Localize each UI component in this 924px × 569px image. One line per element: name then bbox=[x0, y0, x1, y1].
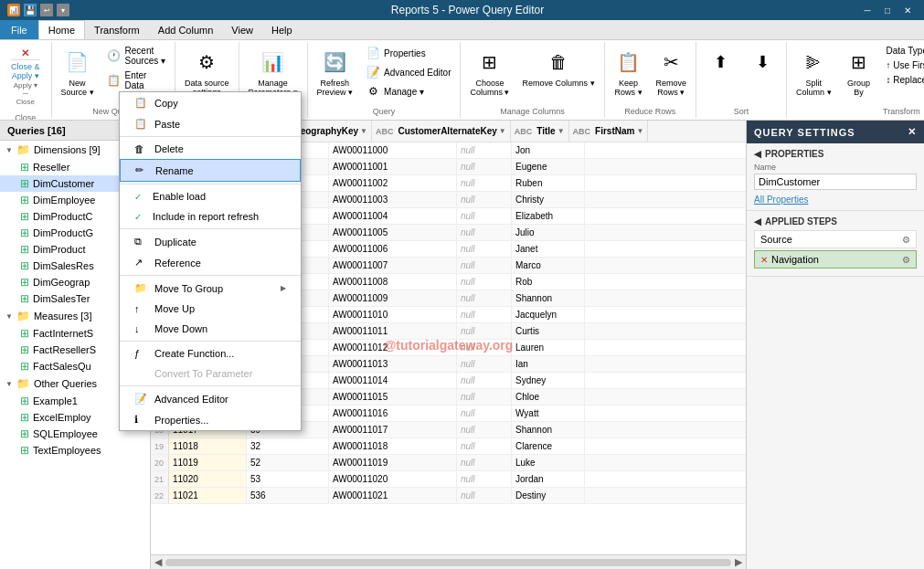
enter-data-btn[interactable]: 📋 EnterData bbox=[101, 68, 171, 92]
group-by-btn[interactable]: ⊞ GroupBy bbox=[839, 44, 879, 100]
ctx-item-create-function[interactable]: ƒCreate Function... bbox=[120, 343, 301, 364]
other-triangle: ▼ bbox=[5, 380, 13, 388]
ctx-separator bbox=[120, 275, 301, 276]
all-properties-link[interactable]: All Properties bbox=[754, 195, 808, 205]
ctx-arrow: ▶ bbox=[281, 284, 286, 292]
recent-sources-btn[interactable]: 🕐 RecentSources ▾ bbox=[101, 44, 171, 68]
choose-columns-btn[interactable]: ⊞ ChooseColumns ▾ bbox=[464, 44, 515, 100]
menu-view[interactable]: View bbox=[222, 20, 262, 39]
step-nav-gear[interactable]: ⚙ bbox=[902, 255, 910, 265]
split-column-btn[interactable]: ⫸ SplitColumn ▾ bbox=[791, 44, 837, 100]
menu-file[interactable]: File bbox=[0, 20, 38, 39]
split-col-icon: ⫸ bbox=[799, 47, 828, 77]
ctx-icon: 📋 bbox=[134, 97, 147, 109]
ctx-check: ✓ bbox=[134, 212, 145, 222]
menu-help[interactable]: Help bbox=[262, 20, 302, 39]
table-row[interactable]: 22 11021 536 AW00011021 null Destiny bbox=[151, 488, 746, 504]
step-nav-x[interactable]: ✕ bbox=[760, 255, 768, 265]
remove-rows-icon: ✂ bbox=[656, 47, 685, 77]
adv-editor-label: Advanced Editor bbox=[384, 68, 451, 78]
cell-rownum: 21 bbox=[151, 471, 169, 487]
ctx-item-include-in-report-refresh[interactable]: ✓Include in report refresh bbox=[120, 206, 301, 227]
scroll-right-btn[interactable]: ▶ bbox=[735, 556, 742, 568]
title-bar: 📊 💾 ↩ ▾ Reports 5 - Power Query Editor ─… bbox=[0, 0, 924, 20]
remove-rows-label: RemoveRows ▾ bbox=[656, 79, 687, 97]
properties-btn[interactable]: 📄 Properties bbox=[360, 44, 456, 62]
remove-columns-btn[interactable]: 🗑 Remove Columns ▾ bbox=[517, 44, 600, 91]
step-navigation[interactable]: ✕ Navigation ⚙ bbox=[754, 250, 917, 269]
table-row[interactable]: 20 11019 52 AW00011019 null Luke bbox=[151, 455, 746, 471]
maximize-btn[interactable]: □ bbox=[878, 4, 897, 16]
ctx-item-reference[interactable]: ↗Reference bbox=[120, 252, 301, 273]
dimsalesres-icon: ⊞ bbox=[20, 259, 29, 272]
step-source-gear[interactable]: ⚙ bbox=[902, 235, 910, 245]
replace-values-btn[interactable]: ↕ Replace Values bbox=[881, 73, 924, 87]
group-by-icon: ⊞ bbox=[844, 47, 874, 77]
refresh-preview-btn[interactable]: 🔄 RefreshPreview ▾ bbox=[312, 44, 359, 100]
ctx-item-rename[interactable]: ✏Rename bbox=[120, 159, 301, 182]
col-header-firstname[interactable]: ABC FirstNam ▼ bbox=[569, 121, 649, 142]
query-group-label: Query bbox=[312, 105, 457, 116]
ctx-item-duplicate[interactable]: ⧉Duplicate bbox=[120, 231, 301, 252]
menu-home[interactable]: Home bbox=[38, 20, 85, 39]
cell-altkey: AW00011012 bbox=[329, 340, 457, 355]
textemployees-label: TextEmployees bbox=[33, 445, 101, 456]
title-bar-icons: 📊 💾 ↩ ▾ bbox=[7, 4, 69, 16]
ribbon-group-reduce-rows: 📋 KeepRows ▾ ✂ RemoveRows ▾ Reduce Rows bbox=[605, 42, 697, 118]
advanced-editor-btn[interactable]: 📝 Advanced Editor bbox=[360, 63, 456, 81]
properties-title-label: PROPERTIES bbox=[765, 149, 823, 159]
cell-firstname: Jacquelyn bbox=[512, 307, 585, 322]
enter-data-icon: 📋 bbox=[107, 73, 122, 88]
ctx-item-move-up[interactable]: ↑Move Up bbox=[120, 299, 301, 319]
ctx-item-properties[interactable]: ℹProperties... bbox=[120, 409, 301, 430]
manage-btn[interactable]: ⚙ Manage ▾ bbox=[360, 82, 456, 100]
query-item-textemployees[interactable]: ⊞ TextEmployees bbox=[0, 442, 150, 458]
minimize-btn[interactable]: ─ bbox=[858, 4, 876, 16]
sort-asc-btn[interactable]: ⬆ bbox=[700, 44, 740, 80]
close-apply-btn[interactable]: ✕ Close &Apply ▾ Apply ▾─Close bbox=[4, 44, 48, 110]
new-source-btn[interactable]: 📄 NewSource ▾ bbox=[56, 44, 100, 100]
sort-desc-btn[interactable]: ⬇ bbox=[742, 44, 782, 80]
scrollbar-horizontal[interactable]: ◀ ▶ bbox=[151, 554, 746, 569]
ribbon-query-items: 🔄 RefreshPreview ▾ 📄 Properties 📝 Advanc… bbox=[312, 44, 457, 103]
cell-altkey: AW00011009 bbox=[329, 290, 457, 306]
ctx-item-move-to-group[interactable]: 📁Move To Group▶ bbox=[120, 278, 301, 299]
example1-label: Example1 bbox=[33, 395, 78, 406]
manage-label: Manage ▾ bbox=[384, 87, 424, 97]
ctx-item-paste[interactable]: 📋Paste bbox=[120, 113, 301, 134]
ctx-item-delete[interactable]: 🗑Delete bbox=[120, 139, 301, 159]
menu-add-column[interactable]: Add Column bbox=[149, 20, 223, 39]
title-controls: ─ □ ✕ bbox=[858, 4, 917, 16]
remove-rows-btn[interactable]: ✂ RemoveRows ▾ bbox=[651, 44, 693, 100]
use-first-row-btn[interactable]: ↑ Use First Row as Headers ▾ bbox=[881, 58, 924, 72]
ctx-icon: ⧉ bbox=[134, 236, 147, 248]
ctx-item-copy[interactable]: 📋Copy bbox=[120, 92, 301, 113]
step-source[interactable]: Source ⚙ bbox=[754, 230, 917, 248]
table-row[interactable]: 21 11020 53 AW00011020 null Jordan bbox=[151, 471, 746, 488]
scroll-track-h bbox=[165, 559, 731, 566]
menu-transform[interactable]: Transform bbox=[85, 20, 149, 39]
close-btn[interactable]: ✕ bbox=[898, 4, 917, 16]
col-header-title[interactable]: ABC Title ▼ bbox=[511, 121, 569, 142]
factreseller-label: FactResellerS bbox=[33, 344, 96, 355]
table-row[interactable]: 19 11018 32 AW00011018 null Clarence bbox=[151, 438, 746, 455]
cell-firstname: Eugene bbox=[512, 159, 585, 174]
cell-altkey: AW00011005 bbox=[329, 225, 457, 240]
ribbon-group-sort: ⬆ ⬇ Sort bbox=[696, 42, 787, 118]
close-right-panel-btn[interactable]: ✕ bbox=[908, 126, 917, 138]
col-header-customeraltkey[interactable]: ABC CustomerAlternateKey ▼ bbox=[372, 121, 511, 142]
transform-col: Data Type: Whole Number ▾ ↑ Use First Ro… bbox=[881, 44, 924, 87]
data-type-label: Data Type: Whole Number ▾ bbox=[887, 46, 924, 56]
query-col: 📄 Properties 📝 Advanced Editor ⚙ Manage … bbox=[360, 44, 456, 100]
cell-firstname: Shannon bbox=[512, 290, 585, 306]
ctx-label: Advanced Editor bbox=[154, 394, 228, 405]
data-type-btn[interactable]: Data Type: Whole Number ▾ bbox=[881, 44, 924, 58]
name-prop-input[interactable] bbox=[754, 174, 917, 190]
ctx-label: Rename bbox=[155, 165, 194, 176]
scroll-left-btn[interactable]: ◀ bbox=[154, 556, 162, 568]
keep-rows-btn[interactable]: 📋 KeepRows ▾ bbox=[609, 44, 649, 100]
ctx-item-enable-load[interactable]: ✓Enable load bbox=[120, 186, 301, 206]
ctx-label: Paste bbox=[154, 119, 180, 130]
ctx-item-advanced-editor[interactable]: 📝Advanced Editor bbox=[120, 388, 301, 409]
ctx-item-move-down[interactable]: ↓Move Down bbox=[120, 319, 301, 339]
